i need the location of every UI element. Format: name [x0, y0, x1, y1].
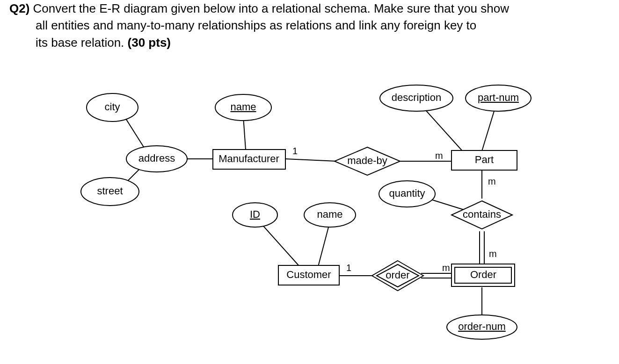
- attr-customer-id: ID: [233, 203, 277, 227]
- rel-made-by: made-by: [335, 147, 400, 175]
- attr-part-num: part-num: [466, 85, 531, 111]
- question-label: Q2): [9, 1, 29, 15]
- er-diagram: city address street name description par…: [0, 70, 619, 364]
- question-points: (30 pts): [128, 36, 171, 50]
- card-order-order: m: [442, 263, 450, 273]
- edge-name-customer: [318, 222, 330, 266]
- svg-text:city: city: [105, 101, 120, 113]
- svg-text:Part: Part: [475, 154, 494, 165]
- edge-partnum-part: [482, 105, 496, 151]
- card-mfr-madeby: 1: [292, 146, 298, 156]
- svg-text:description: description: [392, 92, 441, 103]
- edge-description-part: [421, 105, 463, 152]
- svg-text:ID: ID: [250, 208, 260, 220]
- entity-part: Part: [452, 150, 517, 170]
- edge-quantity-contains: [428, 199, 466, 210]
- entity-customer: Customer: [278, 265, 339, 285]
- svg-text:contains: contains: [463, 208, 501, 220]
- attr-description: description: [380, 85, 453, 111]
- svg-text:quantity: quantity: [389, 187, 425, 199]
- card-part-madeby: m: [435, 150, 443, 161]
- svg-text:Manufacturer: Manufacturer: [218, 153, 279, 164]
- card-part-contains: m: [488, 176, 496, 186]
- rel-order: order: [372, 261, 423, 291]
- svg-text:name: name: [317, 208, 342, 220]
- attr-address: address: [126, 146, 187, 172]
- svg-text:name: name: [230, 101, 256, 113]
- svg-text:part-num: part-num: [478, 92, 519, 103]
- attr-manufacturer-name: name: [215, 94, 271, 121]
- svg-text:address: address: [138, 152, 175, 164]
- svg-text:street: street: [97, 185, 123, 197]
- attr-quantity: quantity: [379, 181, 435, 207]
- attr-city: city: [87, 93, 138, 121]
- svg-text:Customer: Customer: [286, 269, 331, 280]
- entity-manufacturer: Manufacturer: [213, 150, 285, 169]
- question-line2: all entities and many-to-many relationsh…: [36, 18, 476, 32]
- edge-name-manufacturer: [243, 117, 246, 150]
- svg-text:made-by: made-by: [347, 155, 387, 166]
- svg-text:order-num: order-num: [458, 321, 505, 332]
- attr-street: street: [81, 178, 139, 206]
- question-text: Q2) Convert the E-R diagram given below …: [9, 0, 599, 51]
- question-line1: Convert the E-R diagram given below into…: [33, 1, 509, 15]
- edge-id-customer: [260, 222, 299, 266]
- attr-customer-name: name: [304, 203, 356, 227]
- svg-text:Order: Order: [470, 269, 496, 280]
- question-line3: its base relation.: [36, 36, 124, 50]
- card-customer-order: 1: [346, 263, 351, 273]
- card-order-contains: m: [489, 249, 497, 259]
- svg-text:order: order: [386, 269, 409, 281]
- edge-manufacturer-madeby: [285, 159, 337, 161]
- entity-order: Order: [452, 264, 515, 286]
- attr-order-num: order-num: [447, 315, 517, 339]
- rel-contains: contains: [452, 201, 512, 229]
